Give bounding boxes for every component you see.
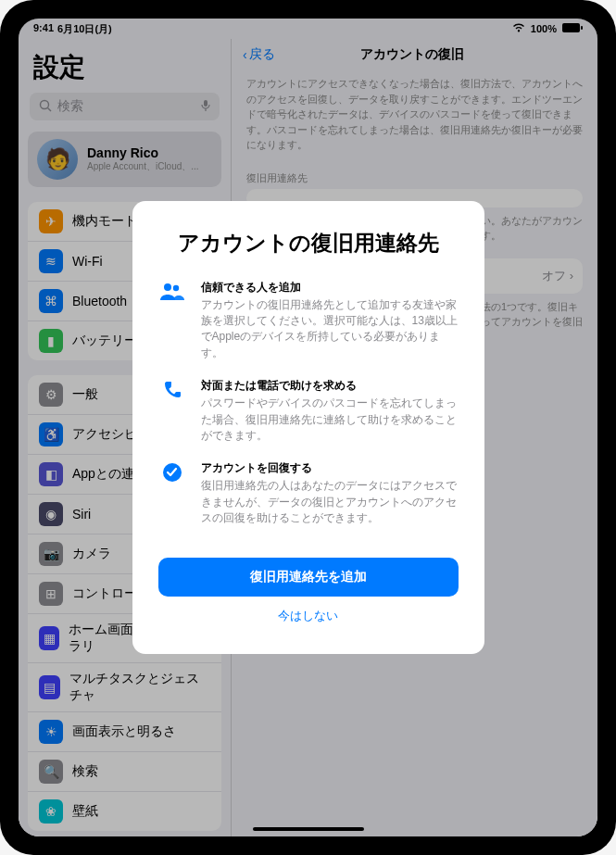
screen: 9:41 6月10日(月) 100% 設定 検索 bbox=[19, 19, 597, 836]
modal-backdrop: アカウントの復旧用連絡先 信頼できる人を追加 アカウントの復旧用連絡先として追加… bbox=[19, 19, 597, 836]
svg-point-5 bbox=[164, 283, 171, 291]
feature-head: アカウントを回復する bbox=[201, 460, 459, 476]
home-indicator[interactable] bbox=[253, 827, 364, 831]
svg-point-6 bbox=[172, 284, 178, 290]
not-now-button[interactable]: 今はしない bbox=[158, 597, 459, 635]
feature-head: 対面または電話で助けを求める bbox=[201, 378, 459, 394]
device-frame: 9:41 6月10日(月) 100% 設定 検索 bbox=[0, 0, 616, 855]
recovery-contact-modal: アカウントの復旧用連絡先 信頼できる人を追加 アカウントの復旧用連絡先として追加… bbox=[132, 201, 484, 655]
feature-head: 信頼できる人を追加 bbox=[201, 280, 459, 295]
phone-icon bbox=[158, 380, 186, 400]
people-icon bbox=[158, 282, 186, 300]
feature-desc: アカウントの復旧用連絡先として追加する友達や家族を選択してください。選択可能な人… bbox=[201, 297, 459, 362]
feature-recover: アカウントを回復する 復旧用連絡先の人はあなたのデータにはアクセスできませんが、… bbox=[158, 460, 459, 526]
feature-desc: パスワードやデバイスのパスコードを忘れてしまった場合、復旧用連絡先に連絡して助け… bbox=[201, 396, 459, 444]
feature-desc: 復旧用連絡先の人はあなたのデータにはアクセスできませんが、データの復旧とアカウン… bbox=[201, 478, 459, 526]
feature-ask-help: 対面または電話で助けを求める パスワードやデバイスのパスコードを忘れてしまった場… bbox=[158, 378, 459, 444]
checkmark-circle-icon bbox=[158, 462, 186, 483]
feature-add-person: 信頼できる人を追加 アカウントの復旧用連絡先として追加する友達や家族を選択してく… bbox=[158, 280, 459, 362]
modal-title: アカウントの復旧用連絡先 bbox=[158, 229, 459, 258]
add-recovery-contact-button[interactable]: 復旧用連絡先を追加 bbox=[158, 558, 459, 597]
